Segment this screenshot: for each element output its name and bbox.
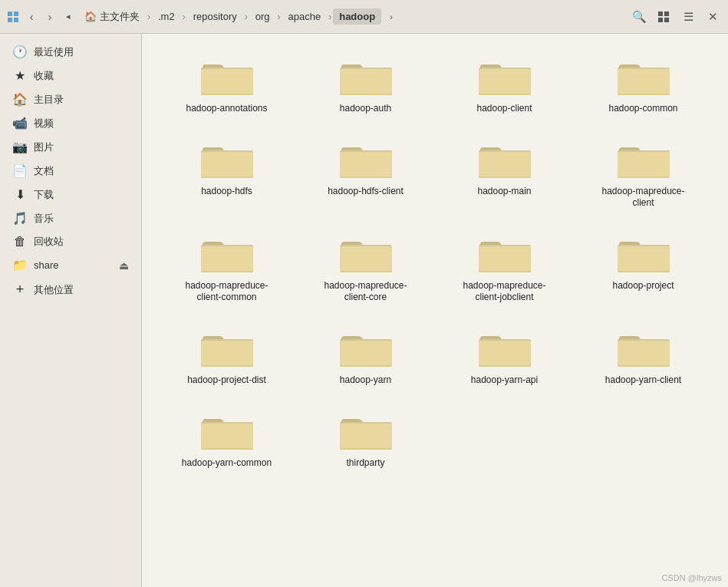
breadcrumb-apache[interactable]: apache: [282, 8, 328, 25]
folder-item[interactable]: thirdparty: [296, 401, 435, 477]
folder-item[interactable]: hadoop-mapreduce-client-jobclient: [435, 223, 574, 312]
folder-icon: [199, 137, 255, 181]
folder-icon: [199, 231, 255, 275]
sidebar-item-trash[interactable]: 🗑 回收站: [0, 230, 141, 253]
folder-item[interactable]: hadoop-mapreduce-client-common: [157, 223, 296, 312]
folder-icon: [199, 54, 255, 98]
folder-item[interactable]: hadoop-yarn: [296, 318, 435, 394]
svg-rect-2: [8, 18, 12, 22]
sidebar-item-other[interactable]: + 其他位置: [0, 277, 141, 302]
folder-label: hadoop-project: [612, 280, 674, 292]
folder-item[interactable]: hadoop-client: [435, 46, 574, 123]
titlebar-actions: 🔍 ☰ ✕: [628, 6, 723, 28]
folder-icon: [616, 54, 671, 98]
eject-icon[interactable]: ⏏: [119, 259, 129, 272]
videos-icon: 📹: [12, 116, 28, 130]
folder-label: hadoop-mapreduce-client-jobclient: [459, 280, 551, 304]
forward-button[interactable]: ›: [41, 8, 58, 25]
svg-rect-0: [8, 12, 12, 16]
folder-icon: [477, 231, 532, 275]
home-icon: 🏠: [84, 11, 97, 22]
folder-label: hadoop-yarn-client: [605, 374, 681, 387]
folder-icon: [477, 325, 532, 370]
sidebar-item-pictures[interactable]: 📷 图片: [0, 135, 141, 159]
sidebar-item-downloads[interactable]: ⬇ 下载: [0, 183, 141, 206]
sidebar-item-music[interactable]: 🎵 音乐: [0, 206, 141, 230]
breadcrumb-m2[interactable]: .m2: [152, 8, 181, 25]
folder-item[interactable]: hadoop-mapreduce-client-core: [296, 223, 435, 312]
folder-item[interactable]: hadoop-main: [435, 129, 574, 217]
titlebar: ‹ › ◂ 🏠 主文件夹 › .m2 › repository › org › …: [0, 0, 728, 34]
folder-icon: [616, 137, 671, 181]
sidebar-item-share[interactable]: 📁 share ⏏: [0, 253, 141, 277]
trash-icon: 🗑: [12, 235, 28, 249]
back-button[interactable]: ‹: [23, 8, 40, 25]
view-toggle-button[interactable]: [653, 6, 674, 28]
history-button[interactable]: ◂: [60, 8, 77, 25]
sidebar-item-recent[interactable]: 🕐 最近使用: [0, 40, 141, 64]
folder-item[interactable]: hadoop-yarn-api: [435, 318, 574, 394]
folder-label: hadoop-client: [476, 103, 532, 115]
folder-label: hadoop-main: [477, 186, 531, 198]
sidebar: 🕐 最近使用 ★ 收藏 🏠 主目录 📹 视频 📷 图片 📄 文档 ⬇ 下载 🎵: [0, 34, 142, 587]
folder-grid: hadoop-annotations hadoop-auth hadoop-cl…: [157, 46, 713, 477]
breadcrumb-repository[interactable]: repository: [187, 8, 243, 25]
svg-rect-7: [664, 18, 669, 22]
folder-icon: [338, 137, 394, 181]
breadcrumb-org[interactable]: org: [249, 8, 276, 25]
svg-rect-5: [664, 12, 669, 16]
breadcrumb-sep-1: ›: [147, 12, 150, 22]
folder-item[interactable]: hadoop-project-dist: [157, 318, 296, 394]
folder-item[interactable]: hadoop-common: [574, 46, 713, 123]
folder-label: hadoop-project-dist: [187, 374, 266, 387]
breadcrumb-home[interactable]: 🏠 主文件夹: [78, 8, 146, 26]
folder-icon: [199, 408, 255, 453]
folder-item[interactable]: hadoop-auth: [296, 46, 435, 123]
svg-rect-6: [658, 18, 663, 22]
other-icon: +: [12, 282, 28, 298]
share-icon: 📁: [12, 258, 28, 272]
menu-button[interactable]: ☰: [677, 6, 699, 28]
folder-label: hadoop-hdfs-client: [328, 186, 404, 198]
breadcrumb-sep-3: ›: [245, 12, 248, 22]
folder-label: hadoop-yarn-api: [471, 374, 538, 387]
music-icon: 🎵: [12, 211, 28, 226]
sidebar-item-documents[interactable]: 📄 文档: [0, 159, 141, 183]
documents-icon: 📄: [12, 163, 28, 178]
close-button[interactable]: ✕: [702, 6, 723, 28]
folder-label: hadoop-mapreduce-client-core: [320, 280, 412, 304]
file-content: hadoop-annotations hadoop-auth hadoop-cl…: [142, 34, 728, 587]
recent-icon: 🕐: [12, 45, 28, 59]
folder-item[interactable]: hadoop-yarn-common: [157, 401, 296, 477]
home-nav-icon: 🏠: [12, 92, 28, 107]
search-button[interactable]: 🔍: [628, 6, 650, 28]
folder-item[interactable]: hadoop-hdfs-client: [296, 129, 435, 217]
folder-label: hadoop-annotations: [186, 103, 267, 115]
folder-item[interactable]: hadoop-project: [574, 223, 713, 312]
app-icon-button[interactable]: [5, 8, 21, 25]
sidebar-item-videos[interactable]: 📹 视频: [0, 111, 141, 135]
svg-rect-3: [14, 18, 18, 22]
folder-item[interactable]: hadoop-hdfs: [157, 129, 296, 217]
favorites-icon: ★: [12, 68, 28, 83]
folder-icon: [338, 408, 394, 453]
main-layout: 🕐 最近使用 ★ 收藏 🏠 主目录 📹 视频 📷 图片 📄 文档 ⬇ 下载 🎵: [0, 34, 728, 587]
folder-icon: [477, 54, 532, 98]
folder-item[interactable]: hadoop-yarn-client: [574, 318, 713, 394]
svg-rect-1: [14, 12, 18, 16]
breadcrumb-hadoop[interactable]: hadoop: [333, 8, 381, 25]
folder-item[interactable]: hadoop-annotations: [157, 46, 296, 123]
folder-icon: [338, 325, 394, 370]
folder-label: hadoop-yarn: [340, 374, 391, 387]
sidebar-item-favorites[interactable]: ★ 收藏: [0, 64, 141, 87]
watermark: CSDN @lhyzws: [662, 573, 722, 582]
folder-label: hadoop-hdfs: [201, 186, 252, 198]
downloads-icon: ⬇: [12, 187, 28, 202]
folder-item[interactable]: hadoop-mapreduce-client: [574, 129, 713, 217]
sidebar-item-home[interactable]: 🏠 主目录: [0, 87, 141, 111]
folder-label: hadoop-mapreduce-client: [598, 186, 690, 209]
breadcrumb-more-button[interactable]: ›: [383, 8, 400, 25]
svg-rect-4: [658, 12, 663, 16]
breadcrumb-sep-4: ›: [278, 12, 281, 22]
folder-icon: [338, 231, 394, 275]
